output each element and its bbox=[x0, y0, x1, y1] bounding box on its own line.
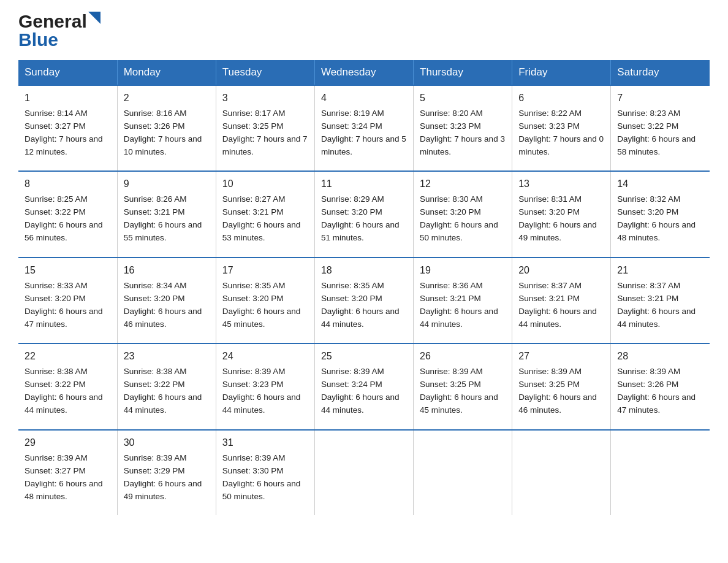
day-number: 1 bbox=[25, 91, 111, 106]
daylight-label: Daylight: 6 hours and 45 minutes. bbox=[222, 307, 301, 329]
calendar-cell: 4Sunrise: 8:19 AMSunset: 3:24 PMDaylight… bbox=[314, 85, 413, 171]
daylight-label: Daylight: 6 hours and 55 minutes. bbox=[124, 220, 202, 242]
daylight-label: Daylight: 7 hours and 12 minutes. bbox=[25, 134, 103, 156]
day-number: 26 bbox=[420, 349, 506, 364]
day-number: 20 bbox=[518, 263, 604, 278]
day-number: 17 bbox=[222, 263, 308, 278]
day-number: 30 bbox=[124, 435, 210, 451]
daylight-label: Daylight: 6 hours and 58 minutes. bbox=[617, 134, 696, 156]
sunrise-label: Sunrise: 8:37 AM bbox=[518, 281, 582, 290]
day-number: 9 bbox=[124, 177, 210, 192]
day-number: 12 bbox=[420, 177, 506, 192]
header-monday: Monday bbox=[117, 60, 216, 85]
day-number: 14 bbox=[617, 177, 703, 192]
sunset-label: Sunset: 3:23 PM bbox=[518, 121, 580, 131]
sunrise-label: Sunrise: 8:20 AM bbox=[420, 109, 483, 118]
sunrise-label: Sunrise: 8:39 AM bbox=[124, 453, 187, 462]
daylight-label: Daylight: 7 hours and 7 minutes. bbox=[222, 134, 308, 156]
daylight-label: Daylight: 6 hours and 44 minutes. bbox=[124, 393, 202, 415]
day-number: 29 bbox=[25, 435, 111, 451]
day-number: 16 bbox=[124, 263, 210, 278]
sunset-label: Sunset: 3:25 PM bbox=[222, 121, 284, 131]
sunrise-label: Sunrise: 8:16 AM bbox=[124, 109, 187, 118]
daylight-label: Daylight: 6 hours and 53 minutes. bbox=[222, 220, 301, 242]
calendar-cell: 9Sunrise: 8:26 AMSunset: 3:21 PMDaylight… bbox=[117, 171, 216, 257]
daylight-label: Daylight: 6 hours and 44 minutes. bbox=[321, 393, 400, 415]
calendar-cell: 30Sunrise: 8:39 AMSunset: 3:29 PMDayligh… bbox=[117, 430, 216, 515]
sunrise-label: Sunrise: 8:29 AM bbox=[321, 194, 384, 204]
sunset-label: Sunset: 3:24 PM bbox=[321, 121, 382, 131]
sunrise-label: Sunrise: 8:39 AM bbox=[617, 367, 680, 376]
sunset-label: Sunset: 3:20 PM bbox=[25, 294, 86, 303]
sunrise-label: Sunrise: 8:35 AM bbox=[222, 281, 286, 290]
calendar-cell: 2Sunrise: 8:16 AMSunset: 3:26 PMDaylight… bbox=[117, 85, 216, 171]
sunrise-label: Sunrise: 8:38 AM bbox=[25, 367, 88, 376]
day-number: 27 bbox=[518, 349, 604, 364]
daylight-label: Daylight: 6 hours and 44 minutes. bbox=[518, 307, 597, 329]
calendar-cell: 20Sunrise: 8:37 AMSunset: 3:21 PMDayligh… bbox=[512, 258, 611, 343]
logo-blue-text: Blue bbox=[18, 31, 58, 49]
header-friday: Friday bbox=[512, 60, 611, 85]
sunset-label: Sunset: 3:23 PM bbox=[420, 121, 481, 131]
sunrise-label: Sunrise: 8:33 AM bbox=[25, 281, 88, 290]
calendar-cell bbox=[611, 430, 710, 515]
calendar-cell: 15Sunrise: 8:33 AMSunset: 3:20 PMDayligh… bbox=[18, 258, 117, 343]
calendar-cell: 24Sunrise: 8:39 AMSunset: 3:23 PMDayligh… bbox=[216, 343, 314, 429]
logo-general-text: General bbox=[18, 12, 87, 31]
sunset-label: Sunset: 3:20 PM bbox=[518, 207, 580, 216]
sunrise-label: Sunrise: 8:39 AM bbox=[518, 367, 582, 376]
sunset-label: Sunset: 3:22 PM bbox=[25, 207, 86, 216]
day-number: 21 bbox=[617, 263, 703, 278]
calendar-cell: 22Sunrise: 8:38 AMSunset: 3:22 PMDayligh… bbox=[18, 343, 117, 429]
calendar-cell: 31Sunrise: 8:39 AMSunset: 3:30 PMDayligh… bbox=[216, 430, 314, 515]
sunrise-label: Sunrise: 8:32 AM bbox=[617, 194, 680, 204]
calendar-cell: 12Sunrise: 8:30 AMSunset: 3:20 PMDayligh… bbox=[414, 171, 512, 257]
sunset-label: Sunset: 3:24 PM bbox=[321, 380, 382, 389]
sunrise-label: Sunrise: 8:25 AM bbox=[25, 194, 88, 204]
sunrise-label: Sunrise: 8:26 AM bbox=[124, 194, 187, 204]
sunrise-label: Sunrise: 8:39 AM bbox=[25, 453, 88, 462]
calendar-cell: 13Sunrise: 8:31 AMSunset: 3:20 PMDayligh… bbox=[512, 171, 611, 257]
daylight-label: Daylight: 7 hours and 10 minutes. bbox=[124, 134, 202, 156]
calendar-cell bbox=[414, 430, 512, 515]
logo: General Blue bbox=[18, 12, 105, 49]
daylight-label: Daylight: 6 hours and 45 minutes. bbox=[420, 393, 498, 415]
week-row-3: 15Sunrise: 8:33 AMSunset: 3:20 PMDayligh… bbox=[18, 258, 710, 343]
day-number: 6 bbox=[518, 91, 604, 106]
sunset-label: Sunset: 3:27 PM bbox=[25, 121, 86, 131]
header-tuesday: Tuesday bbox=[216, 60, 314, 85]
header-thursday: Thursday bbox=[414, 60, 512, 85]
calendar-cell bbox=[314, 430, 413, 515]
day-number: 4 bbox=[321, 91, 407, 106]
daylight-label: Daylight: 6 hours and 50 minutes. bbox=[420, 220, 498, 242]
sunset-label: Sunset: 3:22 PM bbox=[617, 121, 678, 131]
sunset-label: Sunset: 3:20 PM bbox=[222, 294, 284, 303]
calendar-cell: 7Sunrise: 8:23 AMSunset: 3:22 PMDaylight… bbox=[611, 85, 710, 171]
daylight-label: Daylight: 6 hours and 46 minutes. bbox=[124, 307, 202, 329]
sunset-label: Sunset: 3:20 PM bbox=[321, 294, 382, 303]
daylight-label: Daylight: 6 hours and 51 minutes. bbox=[321, 220, 400, 242]
daylight-label: Daylight: 6 hours and 50 minutes. bbox=[222, 479, 301, 501]
day-number: 18 bbox=[321, 263, 407, 278]
sunset-label: Sunset: 3:21 PM bbox=[124, 207, 185, 216]
day-number: 28 bbox=[617, 349, 703, 364]
calendar-cell: 25Sunrise: 8:39 AMSunset: 3:24 PMDayligh… bbox=[314, 343, 413, 429]
header-sunday: Sunday bbox=[18, 60, 117, 85]
daylight-label: Daylight: 7 hours and 5 minutes. bbox=[321, 134, 406, 156]
calendar-cell: 23Sunrise: 8:38 AMSunset: 3:22 PMDayligh… bbox=[117, 343, 216, 429]
daylight-label: Daylight: 6 hours and 47 minutes. bbox=[617, 393, 696, 415]
calendar-table: SundayMondayTuesdayWednesdayThursdayFrid… bbox=[18, 60, 710, 515]
sunrise-label: Sunrise: 8:23 AM bbox=[617, 109, 680, 118]
calendar-cell: 11Sunrise: 8:29 AMSunset: 3:20 PMDayligh… bbox=[314, 171, 413, 257]
sunrise-label: Sunrise: 8:36 AM bbox=[420, 281, 483, 290]
daylight-label: Daylight: 6 hours and 49 minutes. bbox=[124, 479, 202, 501]
daylight-label: Daylight: 6 hours and 44 minutes. bbox=[222, 393, 301, 415]
page-header: General Blue bbox=[18, 12, 710, 49]
sunset-label: Sunset: 3:20 PM bbox=[617, 207, 678, 216]
day-number: 19 bbox=[420, 263, 506, 278]
sunrise-label: Sunrise: 8:19 AM bbox=[321, 109, 384, 118]
week-row-5: 29Sunrise: 8:39 AMSunset: 3:27 PMDayligh… bbox=[18, 430, 710, 515]
sunset-label: Sunset: 3:23 PM bbox=[222, 380, 284, 389]
day-number: 10 bbox=[222, 177, 308, 192]
day-number: 5 bbox=[420, 91, 506, 106]
